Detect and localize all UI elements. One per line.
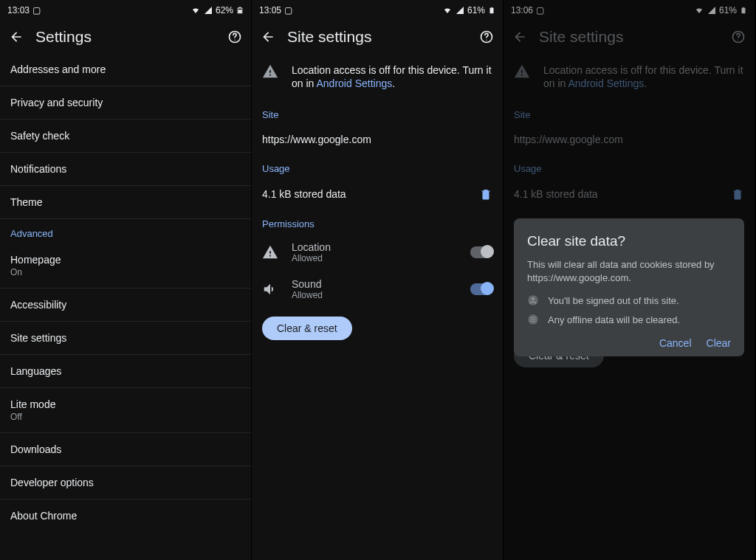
- svg-rect-0: [238, 10, 242, 13]
- location-warning-text: Location access is off for this device. …: [292, 63, 492, 90]
- label: Theme: [10, 196, 43, 208]
- page-title: Site settings: [287, 28, 467, 46]
- trash-icon[interactable]: [479, 187, 492, 201]
- sublabel: Off: [10, 412, 241, 422]
- item-site-settings[interactable]: Site settings: [0, 322, 251, 355]
- battery-text: 62%: [216, 5, 233, 15]
- dialog-bullet-signout: You'll be signed out of this site.: [527, 294, 731, 306]
- item-accessibility[interactable]: Accessibility: [0, 288, 251, 322]
- site-url: https://www.google.com: [252, 125, 503, 154]
- svg-rect-4: [491, 7, 493, 8]
- panel-site-settings-dialog: 13:06 ▢ 61% Site settings Location acces…: [504, 0, 755, 560]
- back-icon[interactable]: [9, 30, 24, 44]
- item-languages[interactable]: Languages: [0, 355, 251, 388]
- panel-settings: 13:03 ▢ 62% Settings Addresses and more …: [0, 0, 252, 560]
- label: Addresses and more: [10, 63, 106, 75]
- battery-icon: [236, 5, 244, 15]
- item-notifications[interactable]: Notifications: [0, 153, 251, 186]
- usage-value: 4.1 kB stored data: [262, 188, 479, 200]
- clear-button[interactable]: Clear: [707, 337, 731, 349]
- status-bar: 13:05 ▢ 61%: [252, 0, 503, 21]
- item-lite-mode[interactable]: Lite mode Off: [0, 388, 251, 433]
- status-time: 13:03: [7, 5, 30, 15]
- signal-icon: [456, 6, 464, 15]
- picture-icon: ▢: [32, 5, 41, 15]
- location-warning: Location access is off for this device. …: [252, 53, 503, 100]
- clear-reset-button[interactable]: Clear & reset: [262, 317, 352, 340]
- label: Lite mode: [10, 398, 55, 410]
- battery-icon: [488, 5, 495, 15]
- svg-point-12: [532, 297, 535, 300]
- bullet-text: You'll be signed out of this site.: [548, 295, 679, 306]
- cancel-button[interactable]: Cancel: [659, 337, 692, 349]
- app-bar: Site settings: [252, 21, 503, 53]
- picture-icon: ▢: [284, 5, 292, 15]
- label: Notifications: [10, 163, 66, 175]
- label: Downloads: [10, 443, 61, 455]
- label: Homepage: [10, 254, 61, 266]
- section-advanced: Advanced: [0, 219, 251, 243]
- permission-sound[interactable]: Sound Allowed: [252, 271, 503, 308]
- item-addresses[interactable]: Addresses and more: [0, 53, 251, 86]
- label: Site settings: [10, 332, 66, 344]
- label: About Chrome: [10, 510, 77, 522]
- svg-point-2: [234, 40, 235, 41]
- page-title: Settings: [35, 28, 216, 46]
- dialog-bullet-offline: Any offline data will be cleared.: [527, 314, 731, 325]
- clear-site-data-dialog: Clear site data? This will clear all dat…: [514, 218, 744, 356]
- item-developer[interactable]: Developer options: [0, 466, 251, 499]
- usage-row: 4.1 kB stored data: [252, 179, 503, 210]
- warning-icon: [262, 63, 280, 80]
- item-downloads[interactable]: Downloads: [0, 433, 251, 466]
- wifi-icon: [190, 6, 201, 15]
- signal-icon: [204, 6, 213, 15]
- label: Developer options: [10, 477, 94, 488]
- sublabel: On: [10, 267, 241, 277]
- panel-site-settings: 13:05 ▢ 61% Site settings Location acces…: [252, 0, 504, 560]
- svg-point-6: [486, 40, 487, 41]
- label: Accessibility: [10, 299, 66, 311]
- section-usage: Usage: [252, 154, 503, 179]
- offline-icon: [527, 314, 539, 325]
- app-bar: Settings: [0, 21, 251, 53]
- status-time: 13:05: [259, 5, 281, 15]
- sound-icon: [262, 281, 278, 297]
- section-site: Site: [252, 100, 503, 125]
- location-toggle[interactable]: [470, 246, 492, 258]
- dialog-body: This will clear all data and cookies sto…: [527, 258, 731, 284]
- status-bar: 13:03 ▢ 62%: [0, 0, 251, 21]
- item-theme[interactable]: Theme: [0, 186, 251, 219]
- help-icon[interactable]: [227, 30, 242, 44]
- back-icon[interactable]: [261, 30, 275, 44]
- perm-status: Allowed: [292, 290, 457, 300]
- permission-location[interactable]: Location Allowed: [252, 234, 503, 271]
- item-safety[interactable]: Safety check: [0, 120, 251, 153]
- label: Privacy and security: [10, 97, 103, 108]
- section-permissions: Permissions: [252, 210, 503, 234]
- sound-toggle[interactable]: [470, 283, 492, 295]
- item-homepage[interactable]: Homepage On: [0, 243, 251, 288]
- label: Safety check: [10, 130, 69, 142]
- label: Languages: [10, 365, 61, 377]
- dialog-actions: Cancel Clear: [527, 333, 731, 349]
- perm-status: Allowed: [292, 253, 457, 263]
- warning-icon: [262, 244, 278, 260]
- perm-name: Location: [292, 241, 457, 253]
- android-settings-link[interactable]: Android Settings: [316, 77, 392, 89]
- perm-name: Sound: [292, 278, 457, 290]
- dialog-title: Clear site data?: [527, 233, 731, 249]
- help-icon[interactable]: [479, 30, 494, 44]
- item-about[interactable]: About Chrome: [0, 499, 251, 532]
- signout-icon: [527, 294, 539, 306]
- item-privacy[interactable]: Privacy and security: [0, 86, 251, 120]
- svg-rect-3: [490, 8, 494, 14]
- wifi-icon: [442, 6, 453, 15]
- battery-text: 61%: [467, 5, 485, 15]
- bullet-text: Any offline data will be cleared.: [548, 314, 680, 325]
